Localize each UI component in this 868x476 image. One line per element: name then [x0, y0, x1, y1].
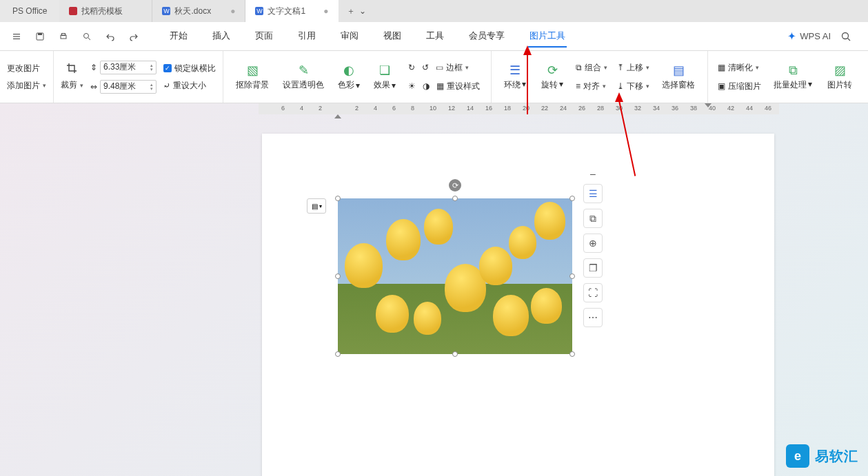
float-ocr-button[interactable]: ⛶	[583, 283, 603, 302]
annotation-arrow-2	[615, 92, 623, 102]
right-indent-marker[interactable]	[705, 103, 711, 107]
sharpen-button[interactable]: ▦清晰化▾	[718, 62, 761, 74]
chevron-down-icon: ▾	[43, 82, 46, 89]
tab-label: 文字文稿1	[268, 6, 305, 17]
svg-rect-2	[13, 38, 20, 39]
resize-handle[interactable]	[569, 273, 575, 279]
ruler-tick: 2	[355, 105, 359, 112]
brightness-icon[interactable]: ☀	[408, 81, 416, 91]
ruler-tick: 24	[560, 105, 567, 112]
save-icon[interactable]	[34, 31, 46, 42]
selection-pane-button[interactable]: ▤选择窗格	[656, 63, 700, 91]
float-zoom-button[interactable]: ⊕	[583, 234, 603, 253]
menu-page[interactable]: 页面	[254, 25, 274, 48]
watermark-icon: e	[786, 444, 809, 468]
menu-picture-tools[interactable]: 图片工具	[528, 25, 567, 48]
group-button[interactable]: ⧉组合▾	[576, 62, 607, 74]
remove-bg-icon: ▧	[245, 63, 260, 78]
border-icon: ▭	[436, 63, 443, 72]
label: 环绕	[504, 79, 521, 91]
float-more-button[interactable]: ⋯	[583, 308, 603, 327]
svg-point-7	[84, 33, 89, 38]
search-icon[interactable]	[840, 31, 851, 42]
menu-insert[interactable]: 插入	[211, 25, 232, 48]
resize-handle[interactable]	[335, 351, 341, 357]
effect-icon: ❏	[377, 63, 392, 78]
lock-ratio-checkbox[interactable]: ✓锁定纵横比	[163, 63, 216, 74]
wps-ai-button[interactable]: ✦ WPS AI	[788, 31, 831, 41]
resize-handle[interactable]	[335, 273, 341, 279]
align-button[interactable]: ≡对齐▾	[576, 81, 607, 92]
rotate-ccw-icon[interactable]: ↺	[422, 63, 429, 72]
move-up-button[interactable]: ⤒上移▾	[617, 62, 649, 74]
tab-doc-1[interactable]: W 秋天.docx ●	[152, 0, 245, 22]
menu-view[interactable]: 视图	[382, 25, 403, 48]
float-crop-button[interactable]: ⧉	[583, 209, 603, 228]
color-icon: ◐	[341, 63, 356, 78]
print-preview-icon[interactable]	[81, 31, 92, 42]
tab-template[interactable]: 找稻壳模板	[59, 0, 152, 22]
height-input[interactable]: 6.33厘米▴▾	[100, 61, 157, 74]
ruler-tick: 8	[411, 105, 414, 112]
add-picture-button[interactable]: 添加图片▾	[7, 80, 46, 92]
ruler-tick: 18	[504, 105, 511, 112]
compress-button[interactable]: ▣压缩图片	[718, 81, 761, 92]
resize-handle[interactable]	[569, 351, 575, 357]
menu-icon[interactable]	[11, 31, 22, 42]
undo-icon[interactable]	[105, 31, 116, 42]
contrast-icon[interactable]: ◑	[423, 81, 430, 91]
ruler-tick: 4	[300, 105, 303, 112]
ruler-tick: 42	[727, 105, 734, 112]
menu-tools[interactable]: 工具	[425, 25, 445, 48]
svg-rect-0	[13, 34, 20, 34]
ruler-tick: 46	[765, 105, 771, 112]
menu-start[interactable]: 开始	[168, 25, 189, 48]
resize-handle[interactable]	[569, 196, 575, 201]
layout-options-button[interactable]: ▤▾	[307, 198, 326, 214]
plus-icon: ＋	[347, 6, 355, 17]
batch-icon: ⧉	[785, 63, 800, 78]
color-button[interactable]: ◐色彩▾	[332, 63, 365, 91]
label: 重设大小	[173, 80, 206, 92]
wps-ai-label: WPS AI	[800, 31, 831, 41]
rotate-cw-icon[interactable]: ↻	[408, 63, 415, 72]
tab-doc-2[interactable]: W 文字文稿1 ●	[245, 0, 339, 22]
label: 上移	[627, 62, 643, 74]
crop-icon[interactable]	[66, 63, 79, 74]
resize-handle[interactable]	[335, 196, 341, 201]
selected-image[interactable]: ⟳ ▤▾	[338, 198, 572, 354]
ruler-tick: 4	[374, 105, 377, 112]
menu-review[interactable]: 审阅	[339, 25, 360, 48]
menu-reference[interactable]: 引用	[296, 25, 317, 48]
effect-button[interactable]: ❏效果▾	[368, 63, 401, 91]
move-down-button[interactable]: ⤓下移▾	[617, 81, 649, 92]
label: 色彩	[338, 79, 354, 91]
new-tab-button[interactable]: ＋ ⌄	[339, 0, 374, 22]
menu-vip[interactable]: 会员专享	[467, 25, 506, 48]
horizontal-ruler[interactable]: 6 4 2 2 4 6 8 10 12 14 16 18 20 22 24 26…	[259, 103, 779, 114]
set-transparent-button[interactable]: ✎设置透明色	[277, 63, 330, 91]
width-input[interactable]: 9.48厘米▴▾	[100, 80, 157, 94]
resize-handle[interactable]	[452, 351, 458, 357]
svg-line-10	[848, 38, 851, 41]
ruler-tick: 38	[690, 105, 697, 112]
rotate-handle[interactable]: ⟳	[449, 179, 461, 192]
rotate-button[interactable]: ⟳旋转▾	[536, 63, 569, 91]
crop-button[interactable]: 裁剪▾	[61, 79, 83, 91]
float-wrap-button[interactable]: ☰	[583, 184, 603, 203]
width-value: 9.48厘米	[103, 81, 136, 92]
reset-style-button[interactable]: ▦重设样式	[436, 81, 480, 92]
change-picture-button[interactable]: 更改图片	[7, 63, 46, 74]
reset-size-button[interactable]: ⤾重设大小	[163, 80, 216, 92]
indent-marker[interactable]	[334, 114, 341, 118]
remove-background-button[interactable]: ▧抠除背景	[230, 63, 274, 91]
collapse-icon[interactable]: –	[583, 169, 603, 178]
border-button[interactable]: ▭边框▾	[436, 62, 469, 74]
resize-handle[interactable]	[452, 196, 458, 201]
redo-icon[interactable]	[128, 31, 139, 42]
print-icon[interactable]	[58, 31, 69, 42]
height-value: 6.33厘米	[103, 61, 136, 73]
float-copy-button[interactable]: ❐	[583, 258, 603, 278]
convert-button[interactable]: ▨图片转	[822, 63, 858, 91]
batch-button[interactable]: ⧉批量处理▾	[768, 63, 818, 91]
